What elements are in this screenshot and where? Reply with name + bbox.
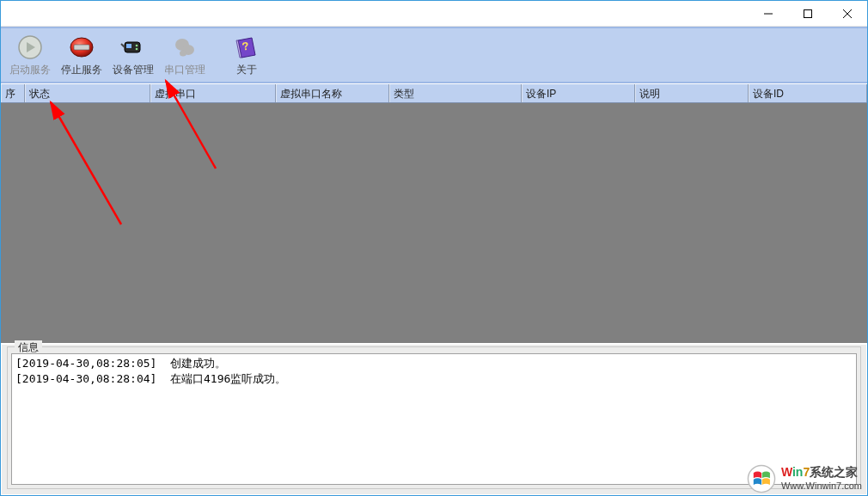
info-panel: 信息 [2019-04-30,08:28:05] 创建成功。 [2019-04-… (2, 345, 866, 494)
col-vname[interactable]: 虚拟串口名称 (276, 84, 389, 102)
about-button[interactable]: ? 关于 (221, 30, 272, 80)
svg-point-11 (136, 48, 138, 51)
col-devid[interactable]: 设备ID (749, 84, 867, 102)
minimize-button[interactable] (749, 1, 788, 26)
titlebar (1, 1, 867, 27)
serial-mgmt-button[interactable]: 串口管理 (159, 30, 211, 80)
table-body[interactable] (1, 103, 867, 344)
stop-service-label: 停止服务 (61, 63, 102, 77)
col-vport[interactable]: 虚拟串口 (150, 84, 276, 102)
col-seq[interactable]: 序 (1, 84, 25, 102)
close-icon (843, 9, 852, 18)
svg-point-14 (180, 51, 186, 57)
stop-icon (67, 33, 96, 62)
device-mgmt-label: 设备管理 (113, 63, 154, 77)
stop-service-button[interactable]: 停止服务 (56, 30, 107, 80)
play-icon (15, 33, 45, 62)
serial-icon (170, 33, 199, 62)
minimize-icon (764, 9, 773, 18)
col-status[interactable]: 状态 (25, 84, 150, 102)
close-button[interactable] (828, 1, 867, 26)
device-icon (119, 33, 148, 62)
col-desc[interactable]: 说明 (635, 84, 749, 102)
svg-rect-9 (126, 44, 131, 48)
log-output[interactable]: [2019-04-30,08:28:05] 创建成功。 [2019-04-30,… (11, 353, 857, 485)
toolbar: 启动服务 停止服务 设备管理 (1, 27, 867, 83)
maximize-button[interactable] (788, 1, 828, 26)
start-service-button[interactable]: 启动服务 (4, 30, 56, 80)
col-type[interactable]: 类型 (389, 84, 522, 102)
help-book-icon: ? (232, 33, 261, 62)
serial-mgmt-label: 串口管理 (164, 63, 205, 77)
table-header: 序 状态 虚拟串口 虚拟串口名称 类型 设备IP 说明 设备ID (1, 84, 867, 103)
col-ip[interactable]: 设备IP (522, 84, 635, 102)
svg-point-10 (136, 45, 138, 47)
about-label: 关于 (236, 63, 257, 77)
device-mgmt-button[interactable]: 设备管理 (107, 30, 159, 80)
svg-rect-1 (804, 9, 812, 17)
data-table: 序 状态 虚拟串口 虚拟串口名称 类型 设备IP 说明 设备ID (1, 83, 867, 344)
start-service-label: 启动服务 (9, 63, 51, 77)
maximize-icon (804, 9, 812, 18)
svg-rect-7 (74, 45, 89, 50)
